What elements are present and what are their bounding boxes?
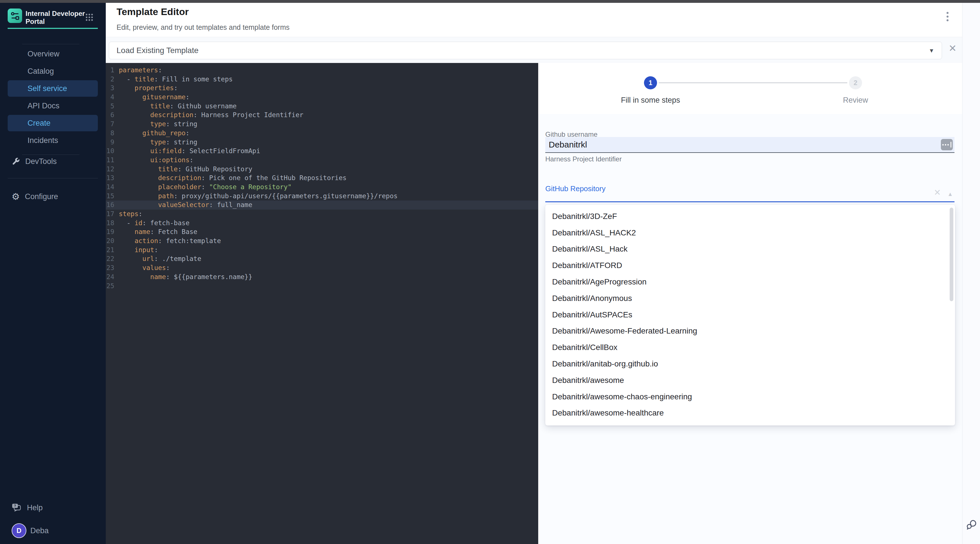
repo-option[interactable]: Debanitrkl/3D-ZeF (545, 208, 955, 224)
line-number: 15 (106, 192, 119, 201)
code-line[interactable]: 12 title: GitHub Repository (106, 165, 538, 174)
chat-widget-icon[interactable] (966, 519, 977, 530)
line-number: 23 (106, 264, 119, 272)
step-1-label: Fill in some steps (594, 96, 707, 105)
repo-option[interactable]: Debanitrkl/AutSPACEs (545, 307, 955, 323)
sidebar-item-label: Self service (27, 84, 67, 93)
code-text: values: (119, 264, 170, 272)
github-username-input[interactable] (545, 140, 941, 150)
repo-option[interactable]: Debanitrkl/AgeProgression (545, 274, 955, 290)
close-icon[interactable]: ✕ (948, 43, 957, 53)
sidebar-item-api-docs[interactable]: API Docs (8, 97, 98, 114)
dropdown-scrollbar[interactable] (950, 208, 953, 301)
clear-selection-icon[interactable]: ✕ (934, 188, 941, 197)
repo-option[interactable]: Debanitrkl/awesome (545, 372, 955, 388)
sidebar-item-overview[interactable]: Overview (8, 46, 98, 62)
code-line[interactable]: 9 type: string (106, 138, 538, 147)
code-line[interactable]: 15 path: proxy/github-api/users/{{parame… (106, 192, 538, 201)
gear-icon: ⚙ (12, 192, 20, 201)
code-line[interactable]: 4 gitusername: (106, 93, 538, 102)
code-line[interactable]: 3 properties: (106, 84, 538, 93)
load-existing-template-select[interactable]: Load Existing Template ▾ (109, 42, 942, 59)
sidebar-item-configure[interactable]: ⚙ Configure (8, 189, 98, 205)
line-number: 20 (106, 237, 119, 246)
repo-dropdown-menu: Debanitrkl/3D-ZeFDebanitrkl/ASL_HACK2Deb… (545, 205, 955, 425)
page-title: Template Editor (116, 6, 189, 17)
line-number: 11 (106, 156, 119, 165)
avatar: D (12, 523, 26, 538)
code-line[interactable]: 20 action: fetch:template (106, 237, 538, 246)
load-template-placeholder: Load Existing Template (116, 46, 199, 55)
line-number: 10 (106, 146, 119, 156)
code-line[interactable]: 24 name: ${{parameters.name}} (106, 272, 538, 282)
help-chat-icon: ? (12, 503, 22, 512)
code-line[interactable]: 11 ui:options: (106, 156, 538, 165)
code-text: parameters: (119, 66, 162, 75)
code-line[interactable]: 13 description: Pick one of the GitHub R… (106, 173, 538, 183)
line-number: 7 (106, 120, 119, 129)
code-line[interactable]: 1parameters: (106, 66, 538, 75)
line-number: 17 (106, 210, 119, 219)
repo-option[interactable]: Debanitrkl/anitab-org.github.io (545, 356, 955, 372)
repo-option[interactable]: Debanitrkl/ASL_HACK2 (545, 224, 955, 241)
code-line[interactable]: 14 placeholder: "Choose a Repository" (106, 183, 538, 192)
stepper-connector (659, 83, 847, 83)
repo-option[interactable]: Debanitrkl/awesome-healthcare (545, 405, 955, 422)
code-text: url: ./template (119, 255, 201, 264)
step-1-indicator[interactable]: 1 (644, 76, 657, 89)
code-line[interactable]: 7 type: string (106, 120, 538, 129)
repo-option[interactable]: Debanitrkl/Anonymous (545, 290, 955, 307)
code-text: description: Harness Project Identifier (119, 111, 304, 120)
repo-option[interactable]: Debanitrkl/awesome-chaos-engineering (545, 388, 955, 405)
code-editor[interactable]: 1parameters:2 - title: Fill in some step… (106, 63, 538, 544)
sidebar-item-incidents[interactable]: Incidents (8, 132, 98, 149)
code-line[interactable]: 2 - title: Fill in some steps (106, 75, 538, 84)
code-line[interactable]: 19 name: Fetch Base (106, 227, 538, 237)
line-number: 13 (106, 173, 119, 183)
code-line[interactable]: 16 valueSelector: full_name (106, 200, 538, 210)
code-line[interactable]: 18 - id: fetch-base (106, 219, 538, 228)
app-switcher-grid-icon[interactable] (85, 13, 94, 22)
line-number: 6 (106, 111, 119, 120)
code-text: path: proxy/github-api/users/{{parameter… (119, 192, 398, 201)
code-line[interactable]: 10 ui:field: SelectFieldFromApi (106, 146, 538, 156)
line-number: 25 (106, 282, 119, 291)
sidebar-item-label: DevTools (25, 157, 57, 166)
code-line[interactable]: 22 url: ./template (106, 255, 538, 264)
code-line[interactable]: 21 input: (106, 246, 538, 255)
code-line[interactable]: 23 values: (106, 264, 538, 272)
code-line[interactable]: 5 title: Github username (106, 102, 538, 111)
code-lines: 1parameters:2 - title: Fill in some step… (106, 66, 538, 290)
sidebar-item-devtools[interactable]: DevTools (8, 153, 98, 169)
app-logo[interactable] (8, 8, 22, 23)
more-options-kebab-icon[interactable] (945, 12, 950, 21)
sidebar-item-label: Create (27, 119, 51, 128)
user-menu[interactable]: D Deba (8, 523, 98, 539)
code-line[interactable]: 17steps: (106, 210, 538, 219)
code-text: - id: fetch-base (119, 219, 189, 228)
code-line[interactable]: 6 description: Harness Project Identifie… (106, 111, 538, 120)
svg-text:?: ? (14, 504, 16, 508)
code-text: description: Pick one of the GitHub Repo… (119, 173, 347, 183)
sidebar-item-create[interactable]: Create (8, 115, 98, 131)
repo-option[interactable]: Debanitrkl/CellBox (545, 339, 955, 356)
repo-option[interactable]: Debanitrkl/ASL_Hack (545, 241, 955, 258)
code-line[interactable]: 25 (106, 282, 538, 291)
code-line[interactable]: 8 github_repo: (106, 129, 538, 138)
line-number: 9 (106, 138, 119, 147)
code-text: valueSelector: full_name (119, 200, 252, 210)
step-2-indicator[interactable]: 2 (849, 76, 862, 89)
right-edge-strip (962, 3, 980, 544)
sidebar-item-self-service[interactable]: Self service (8, 80, 98, 97)
autofill-icon[interactable] (941, 139, 953, 150)
focused-field-underline (545, 201, 955, 202)
sidebar-item-catalog[interactable]: Catalog (8, 63, 98, 80)
sidebar-item-help[interactable]: ? Help (8, 500, 98, 515)
chevron-up-icon[interactable]: ▲ (947, 191, 953, 197)
repo-option[interactable]: Debanitrkl/ATFORD (545, 257, 955, 274)
logo-circuit-icon (10, 11, 20, 21)
username-helper-text: Harness Project Identifier (545, 155, 622, 163)
repo-option[interactable]: Debanitrkl/Awesome-Federated-Learning (545, 323, 955, 339)
brand-accent-rule (8, 28, 98, 29)
username-input-wrap (545, 137, 955, 153)
